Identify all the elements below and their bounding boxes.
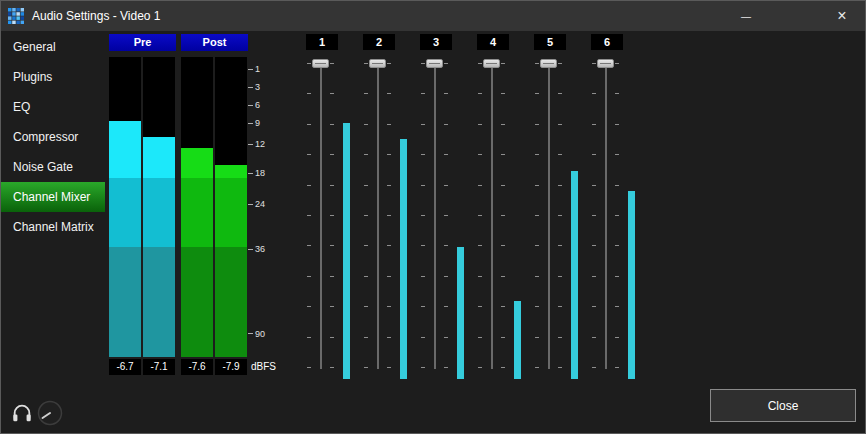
slider-ticks-right bbox=[444, 63, 448, 368]
meter-level-fill bbox=[109, 121, 141, 357]
scale-tick-label: 1 bbox=[255, 64, 260, 74]
channel-6-slider-track[interactable] bbox=[605, 63, 607, 369]
meter-pre-channel-1 bbox=[109, 57, 141, 357]
minimize-button[interactable]: — bbox=[723, 1, 769, 31]
scale-mark-18: 18 bbox=[248, 168, 265, 178]
scale-mark-90: 90 bbox=[248, 329, 265, 339]
channel-2-header[interactable]: 2 bbox=[363, 34, 395, 50]
scale-tick-dash bbox=[248, 249, 253, 250]
channel-1-level-meter bbox=[343, 57, 350, 379]
sidebar-item-plugins[interactable]: Plugins bbox=[1, 62, 105, 92]
scale-tick-dash bbox=[248, 123, 253, 124]
scale-tick-dash bbox=[248, 173, 253, 174]
post-meter-toggle[interactable]: Post bbox=[181, 34, 248, 51]
channel-5-header[interactable]: 5 bbox=[534, 34, 566, 50]
channel-4-slider-handle[interactable] bbox=[483, 59, 500, 68]
channel-3-header[interactable]: 3 bbox=[420, 34, 452, 50]
channel-5-slider-track[interactable] bbox=[548, 63, 550, 369]
channel-1-header[interactable]: 1 bbox=[306, 34, 338, 50]
dbfs-unit-label: dBFS bbox=[251, 359, 276, 375]
scale-mark-1: 1 bbox=[248, 64, 260, 74]
channel-level-fill bbox=[628, 191, 635, 379]
slider-ticks-left bbox=[421, 63, 425, 368]
sidebar-item-compressor[interactable]: Compressor bbox=[1, 122, 105, 152]
meter-post-db-value-2: -7.9 bbox=[215, 359, 247, 375]
channel-strip-4: 4 bbox=[468, 34, 525, 380]
sidebar-item-channel-mixer[interactable]: Channel Mixer bbox=[1, 182, 105, 212]
sidebar-item-eq[interactable]: EQ bbox=[1, 92, 105, 122]
slider-ticks-right bbox=[330, 63, 334, 368]
scale-mark-6: 6 bbox=[248, 100, 260, 110]
channel-level-fill bbox=[457, 247, 464, 379]
scale-tick-label: 90 bbox=[255, 329, 265, 339]
meter-scale: 13691218243690 bbox=[248, 57, 274, 357]
channel-6-header[interactable]: 6 bbox=[591, 34, 623, 50]
headphones-volume-knob[interactable] bbox=[37, 400, 63, 426]
scale-mark-36: 36 bbox=[248, 244, 265, 254]
channel-2-level-meter bbox=[400, 57, 407, 379]
scale-tick-label: 6 bbox=[255, 100, 260, 110]
scale-mark-3: 3 bbox=[248, 82, 260, 92]
meter-level-fill bbox=[143, 137, 175, 357]
scale-tick-dash bbox=[248, 333, 253, 334]
channel-1-slider-track[interactable] bbox=[320, 63, 322, 369]
channel-2-slider-handle[interactable] bbox=[369, 59, 386, 68]
scale-tick-label: 3 bbox=[255, 82, 260, 92]
scale-mark-12: 12 bbox=[248, 139, 265, 149]
channel-2-slider-track[interactable] bbox=[377, 63, 379, 369]
pre-meter-toggle[interactable]: Pre bbox=[109, 34, 176, 51]
channel-3-slider-handle[interactable] bbox=[426, 59, 443, 68]
titlebar-spacer bbox=[769, 1, 819, 31]
channel-6-level-meter bbox=[628, 57, 635, 379]
scale-mark-24: 24 bbox=[248, 199, 265, 209]
slider-ticks-left bbox=[478, 63, 482, 368]
channel-strip-1: 1 bbox=[297, 34, 354, 380]
slider-ticks-right bbox=[558, 63, 562, 368]
meter-pre-channel-2 bbox=[143, 57, 175, 357]
scale-tick-dash bbox=[248, 204, 253, 205]
channel-4-header[interactable]: 4 bbox=[477, 34, 509, 50]
channel-strip-2: 2 bbox=[354, 34, 411, 380]
close-window-button[interactable]: × bbox=[819, 1, 865, 31]
meter-pre-db-value-2: -7.1 bbox=[143, 359, 175, 375]
channel-3-level-meter bbox=[457, 57, 464, 379]
channel-5-level-meter bbox=[571, 57, 578, 379]
channel-strip-6: 6 bbox=[582, 34, 639, 380]
slider-ticks-left bbox=[307, 63, 311, 368]
scale-tick-dash bbox=[248, 144, 253, 145]
meter-post-channel-1 bbox=[181, 57, 213, 357]
headphones-icon[interactable] bbox=[11, 402, 33, 424]
audio-settings-window: Audio Settings - Video 1 — × GeneralPlug… bbox=[0, 0, 866, 434]
titlebar[interactable]: Audio Settings - Video 1 — × bbox=[1, 1, 865, 31]
scale-tick-dash bbox=[248, 87, 253, 88]
channel-6-slider-handle[interactable] bbox=[597, 59, 614, 68]
sidebar: GeneralPluginsEQCompressorNoise GateChan… bbox=[1, 32, 105, 242]
channel-1-slider-handle[interactable] bbox=[312, 59, 329, 68]
channel-strip-3: 3 bbox=[411, 34, 468, 380]
slider-ticks-left bbox=[592, 63, 596, 368]
channel-level-fill bbox=[400, 139, 407, 379]
channel-level-fill bbox=[514, 301, 521, 379]
scale-tick-label: 9 bbox=[255, 118, 260, 128]
scale-mark-9: 9 bbox=[248, 118, 260, 128]
meter-post-channel-2 bbox=[215, 57, 247, 357]
channel-3-slider-track[interactable] bbox=[434, 63, 436, 369]
scale-tick-dash bbox=[248, 69, 253, 70]
window-title: Audio Settings - Video 1 bbox=[32, 9, 161, 23]
slider-ticks-right bbox=[615, 63, 619, 368]
channel-5-slider-handle[interactable] bbox=[540, 59, 557, 68]
scale-tick-label: 36 bbox=[255, 244, 265, 254]
slider-ticks-right bbox=[501, 63, 505, 368]
sidebar-item-channel-matrix[interactable]: Channel Matrix bbox=[1, 212, 105, 242]
sidebar-item-general[interactable]: General bbox=[1, 32, 105, 62]
channel-4-level-meter bbox=[514, 57, 521, 379]
slider-ticks-left bbox=[535, 63, 539, 368]
meter-post-db-value-1: -7.6 bbox=[181, 359, 213, 375]
channel-level-fill bbox=[343, 123, 350, 379]
meter-level-fill bbox=[215, 165, 247, 357]
channel-4-slider-track[interactable] bbox=[491, 63, 493, 369]
close-button[interactable]: Close bbox=[710, 389, 856, 422]
sidebar-item-noise-gate[interactable]: Noise Gate bbox=[1, 152, 105, 182]
scale-tick-label: 12 bbox=[255, 139, 265, 149]
meter-level-fill bbox=[181, 148, 213, 357]
